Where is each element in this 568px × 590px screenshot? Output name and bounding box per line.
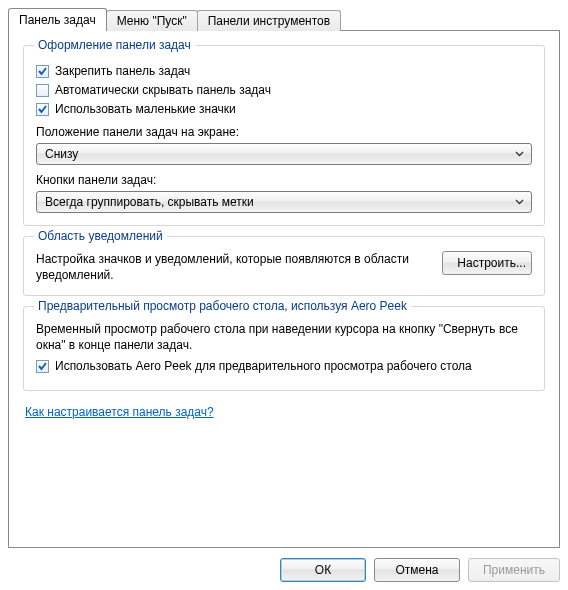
aero-peek-desc: Временный просмотр рабочего стола при на… xyxy=(36,321,532,353)
group-notification-area: Область уведомлений Настройка значков и … xyxy=(23,236,545,296)
chevron-down-icon xyxy=(511,151,527,157)
group-appearance-legend: Оформление панели задач xyxy=(34,38,195,52)
tab-taskbar[interactable]: Панель задач xyxy=(8,8,107,31)
checkbox-lock-taskbar[interactable] xyxy=(36,65,49,78)
dropdown-taskbar-buttons-value: Всегда группировать, скрывать метки xyxy=(45,195,511,209)
group-aero-peek: Предварительный просмотр рабочего стола,… xyxy=(23,306,545,391)
chevron-down-icon xyxy=(511,199,527,205)
label-lock-taskbar: Закрепить панель задач xyxy=(55,64,190,79)
checkbox-small-icons[interactable] xyxy=(36,103,49,116)
dropdown-taskbar-position-value: Снизу xyxy=(45,147,511,161)
label-auto-hide: Автоматически скрывать панель задач xyxy=(55,83,271,98)
tab-panel-taskbar: Оформление панели задач Закрепить панель… xyxy=(8,30,560,548)
label-taskbar-buttons: Кнопки панели задач: xyxy=(36,173,532,187)
tab-toolbars[interactable]: Панели инструментов xyxy=(197,10,341,31)
help-link-taskbar[interactable]: Как настраивается панель задач? xyxy=(25,405,214,419)
label-small-icons: Использовать маленькие значки xyxy=(55,102,236,117)
customize-button[interactable]: Настроить... xyxy=(442,251,532,275)
dropdown-taskbar-buttons[interactable]: Всегда группировать, скрывать метки xyxy=(36,191,532,213)
group-aero-legend: Предварительный просмотр рабочего стола,… xyxy=(34,299,411,313)
taskbar-properties-dialog: Панель задач Меню "Пуск" Панели инструме… xyxy=(0,0,568,590)
checkbox-aero-peek[interactable] xyxy=(36,360,49,373)
dialog-button-bar: ОК Отмена Применить xyxy=(8,548,560,582)
group-appearance: Оформление панели задач Закрепить панель… xyxy=(23,45,545,226)
dropdown-taskbar-position[interactable]: Снизу xyxy=(36,143,532,165)
cancel-button[interactable]: Отмена xyxy=(374,558,460,582)
label-aero-peek: Использовать Aero Peek для предварительн… xyxy=(55,359,472,374)
tab-row: Панель задач Меню "Пуск" Панели инструме… xyxy=(8,6,560,30)
checkbox-auto-hide[interactable] xyxy=(36,84,49,97)
notification-desc: Настройка значков и уведомлений, которые… xyxy=(36,251,430,283)
tab-start-menu[interactable]: Меню "Пуск" xyxy=(106,10,198,31)
apply-button[interactable]: Применить xyxy=(468,558,560,582)
ok-button[interactable]: ОК xyxy=(280,558,366,582)
group-notification-legend: Область уведомлений xyxy=(34,229,167,243)
label-taskbar-position: Положение панели задач на экране: xyxy=(36,125,532,139)
